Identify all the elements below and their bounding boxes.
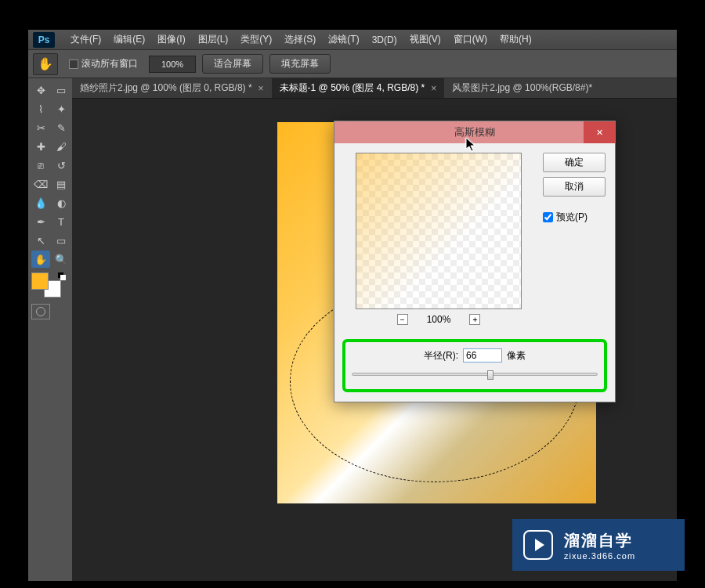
document-tab[interactable]: 风景图片2.jpg @ 100%(RGB/8#)* <box>444 78 600 98</box>
slider-track <box>352 373 598 376</box>
eraser-tool[interactable]: ⌫ <box>31 175 50 193</box>
tool-panel: ✥ ▭ ⌇ ✦ ✂ ✎ ✚ 🖌 ⎚ ↺ ⌫ ▤ 💧 ◐ ✒ T ↖ ▭ ✋ 🔍 <box>28 78 72 581</box>
radius-highlight: 半径(R): 像素 <box>342 339 607 392</box>
menu-window[interactable]: 窗口(W) <box>447 30 494 49</box>
stamp-tool[interactable]: ⎚ <box>31 157 50 174</box>
document-tab[interactable]: 未标题-1 @ 50% (图层 4, RGB/8) *× <box>272 78 445 98</box>
color-swatches[interactable] <box>31 272 69 301</box>
menu-image[interactable]: 图像(I) <box>151 30 191 49</box>
radius-input[interactable] <box>463 348 502 363</box>
preview-area[interactable] <box>356 153 522 309</box>
gradient-tool[interactable]: ▤ <box>52 175 70 193</box>
app-logo: Ps <box>33 32 55 48</box>
menu-type[interactable]: 类型(Y) <box>234 30 278 49</box>
menu-3d[interactable]: 3D(D) <box>366 31 403 49</box>
magic-wand-tool[interactable]: ✦ <box>52 100 70 117</box>
shape-tool[interactable]: ▭ <box>52 232 70 249</box>
tab-label: 婚纱照片2.jpg @ 100% (图层 0, RGB/8) * <box>80 81 252 95</box>
slider-thumb[interactable] <box>487 370 494 380</box>
swap-colors-icon[interactable] <box>58 272 67 282</box>
watermark-title: 溜溜自学 <box>564 530 635 551</box>
document-tabs: 婚纱照片2.jpg @ 100% (图层 0, RGB/8) *× 未标题-1 … <box>72 78 677 99</box>
zoom-value[interactable]: 100% <box>149 56 196 73</box>
foreground-color-swatch[interactable] <box>31 272 49 290</box>
play-icon <box>523 530 553 560</box>
brush-tool[interactable]: 🖌 <box>52 138 70 155</box>
cancel-button[interactable]: 取消 <box>543 177 606 197</box>
scroll-all-checkbox[interactable]: 滚动所有窗口 <box>64 57 143 70</box>
menu-filter[interactable]: 滤镜(T) <box>322 30 365 49</box>
hand-tool[interactable]: ✋ <box>31 251 50 268</box>
menu-layer[interactable]: 图层(L) <box>192 30 235 49</box>
crop-tool[interactable]: ✂ <box>31 119 50 136</box>
path-tool[interactable]: ↖ <box>31 232 50 249</box>
zoom-tool[interactable]: 🔍 <box>52 251 70 268</box>
checkbox-input[interactable] <box>543 212 553 222</box>
gaussian-blur-dialog: 高斯模糊 ✕ − 100% + 确定 取消 预览(P) 半径(R): 像 <box>334 121 616 402</box>
pen-tool[interactable]: ✒ <box>31 213 50 230</box>
healing-tool[interactable]: ✚ <box>31 138 50 155</box>
zoom-out-button[interactable]: − <box>397 314 408 325</box>
close-icon[interactable]: × <box>431 83 436 94</box>
preview-zoom: 100% <box>427 314 451 325</box>
quick-mask-toggle[interactable] <box>31 304 50 319</box>
history-brush-tool[interactable]: ↺ <box>52 157 70 174</box>
menu-file[interactable]: 文件(F) <box>64 30 107 49</box>
marquee-tool[interactable]: ▭ <box>52 81 70 99</box>
preview-label: 预览(P) <box>556 211 588 224</box>
close-icon[interactable]: × <box>258 83 264 94</box>
dialog-title: 高斯模糊 <box>454 125 495 139</box>
options-bar: ✋ 滚动所有窗口 100% 适合屏幕 填充屏幕 <box>28 50 677 78</box>
eyedropper-tool[interactable]: ✎ <box>52 119 70 136</box>
type-tool[interactable]: T <box>52 213 70 230</box>
dodge-tool[interactable]: ◐ <box>52 194 70 211</box>
document-tab[interactable]: 婚纱照片2.jpg @ 100% (图层 0, RGB/8) *× <box>72 78 272 98</box>
dialog-titlebar[interactable]: 高斯模糊 ✕ <box>334 121 615 143</box>
watermark-url: zixue.3d66.com <box>564 551 635 561</box>
scroll-all-label: 滚动所有窗口 <box>81 57 138 70</box>
lasso-tool[interactable]: ⌇ <box>31 100 50 117</box>
close-button[interactable]: ✕ <box>584 121 615 143</box>
menu-help[interactable]: 帮助(H) <box>494 30 538 49</box>
fill-screen-button[interactable]: 填充屏幕 <box>269 54 331 74</box>
hand-tool-icon[interactable]: ✋ <box>33 53 58 75</box>
preview-checkbox[interactable]: 预览(P) <box>543 211 606 224</box>
checkbox-icon <box>69 60 78 69</box>
move-tool[interactable]: ✥ <box>31 81 50 99</box>
ok-button[interactable]: 确定 <box>543 153 606 172</box>
blur-tool[interactable]: 💧 <box>31 194 50 211</box>
watermark: 溜溜自学 zixue.3d66.com <box>512 519 685 571</box>
preview-image <box>356 153 521 308</box>
zoom-in-button[interactable]: + <box>469 314 480 325</box>
tab-label: 未标题-1 @ 50% (图层 4, RGB/8) * <box>280 81 425 95</box>
tab-label: 风景图片2.jpg @ 100%(RGB/8#)* <box>452 81 592 95</box>
radius-unit: 像素 <box>507 349 526 363</box>
radius-slider[interactable] <box>352 369 598 380</box>
menu-bar: Ps 文件(F) 编辑(E) 图像(I) 图层(L) 类型(Y) 选择(S) 滤… <box>28 30 677 50</box>
fit-screen-button[interactable]: 适合屏幕 <box>202 54 263 74</box>
menu-select[interactable]: 选择(S) <box>278 30 322 49</box>
radius-label: 半径(R): <box>424 349 458 363</box>
menu-edit[interactable]: 编辑(E) <box>107 30 151 49</box>
menu-view[interactable]: 视图(V) <box>403 30 447 49</box>
